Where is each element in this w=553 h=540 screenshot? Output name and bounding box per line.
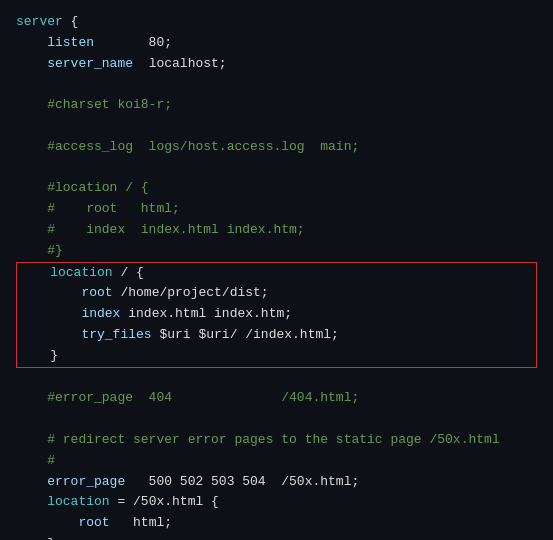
code-token: root — [19, 285, 113, 300]
code-token: #access_log logs/host.access.log main; — [16, 139, 359, 154]
code-token: location — [19, 265, 113, 280]
code-content: server { listen 80; server_name localhos… — [16, 12, 537, 540]
code-line: #location / { — [16, 178, 537, 199]
code-line: server { — [16, 12, 537, 33]
code-token: localhost; — [133, 56, 227, 71]
code-line: #error_page 404 /404.html; — [16, 388, 537, 409]
code-token: # — [16, 453, 55, 468]
code-editor: server { listen 80; server_name localhos… — [0, 0, 553, 540]
code-token: = /50x.html { — [110, 494, 219, 509]
code-token: $uri $uri/ /index.html; — [152, 327, 339, 342]
code-token: 500 502 503 504 /50x.html; — [125, 474, 359, 489]
code-token: index — [19, 306, 120, 321]
code-line: root html; — [16, 513, 537, 534]
code-token: #error_page 404 /404.html; — [16, 390, 359, 405]
code-line: #} — [16, 241, 537, 262]
code-token: } — [16, 536, 55, 540]
code-line: try_files $uri $uri/ /index.html; — [17, 325, 536, 346]
code-token: #} — [16, 243, 63, 258]
code-line: # — [16, 451, 537, 472]
code-line: error_page 500 502 503 504 /50x.html; — [16, 472, 537, 493]
code-token: location — [16, 494, 110, 509]
code-token: # root html; — [16, 201, 180, 216]
code-token: } — [19, 348, 58, 363]
highlighted-code-block: location / { root /home/project/dist; in… — [16, 262, 537, 368]
code-line — [16, 74, 537, 95]
code-token: # redirect server error pages to the sta… — [16, 432, 500, 447]
code-line: location = /50x.html { — [16, 492, 537, 513]
code-token: index.html index.htm; — [120, 306, 292, 321]
code-line — [16, 116, 537, 137]
code-token: listen — [16, 35, 94, 50]
code-line: } — [17, 346, 536, 367]
code-token: / { — [113, 265, 144, 280]
code-token: { — [63, 14, 79, 29]
code-token: html; — [110, 515, 172, 530]
code-line: #charset koi8-r; — [16, 95, 537, 116]
code-line — [16, 158, 537, 179]
code-token: error_page — [16, 474, 125, 489]
code-line: root /home/project/dist; — [17, 283, 536, 304]
code-line — [16, 368, 537, 389]
code-token: try_files — [19, 327, 152, 342]
code-line: # root html; — [16, 199, 537, 220]
code-line: # redirect server error pages to the sta… — [16, 430, 537, 451]
code-token: # index index.html index.htm; — [16, 222, 305, 237]
code-token: server_name — [16, 56, 133, 71]
code-line: location / { — [17, 263, 536, 284]
code-line: } — [16, 534, 537, 540]
code-token: 80; — [94, 35, 172, 50]
code-line: listen 80; — [16, 33, 537, 54]
code-line — [16, 409, 537, 430]
code-line: server_name localhost; — [16, 54, 537, 75]
code-token: #location / { — [16, 180, 149, 195]
code-line: # index index.html index.htm; — [16, 220, 537, 241]
code-token: #charset koi8-r; — [16, 97, 172, 112]
code-token: root — [16, 515, 110, 530]
code-line: #access_log logs/host.access.log main; — [16, 137, 537, 158]
code-token: server — [16, 14, 63, 29]
code-line: index index.html index.htm; — [17, 304, 536, 325]
code-token: /home/project/dist; — [113, 285, 269, 300]
